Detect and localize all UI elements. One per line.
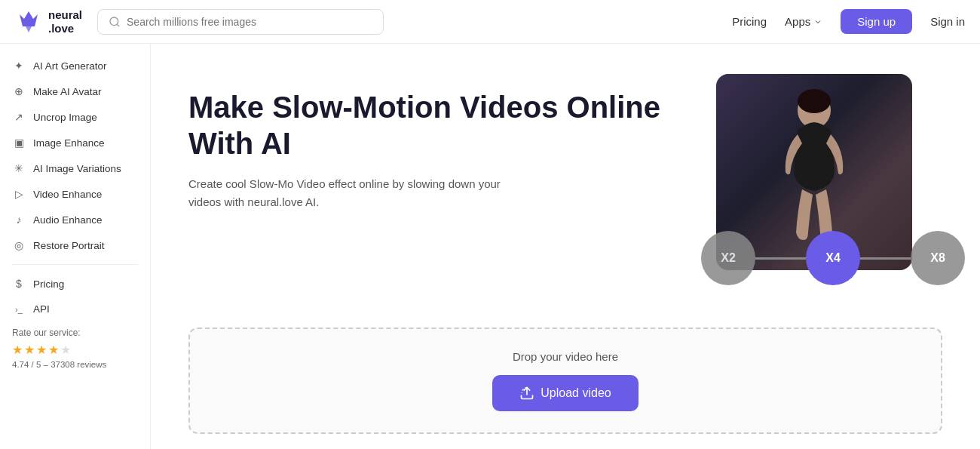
- audio-icon: ♪: [12, 214, 26, 226]
- star-rating[interactable]: ★ ★ ★ ★ ★: [12, 343, 138, 357]
- star-5: ★: [60, 343, 71, 357]
- speed-x2-button[interactable]: X2: [701, 231, 755, 285]
- upload-video-button[interactable]: Upload video: [492, 375, 638, 411]
- speed-connector-2: [860, 257, 911, 260]
- sparkle-icon: ✦: [12, 60, 26, 72]
- header: neural .love Pricing Apps Sign up Sign i…: [0, 0, 980, 44]
- sidebar-label-api: API: [33, 303, 50, 315]
- pricing-nav-link[interactable]: Pricing: [732, 15, 767, 28]
- upload-icon: [519, 386, 534, 401]
- sidebar-label-image-enhance: Image Enhance: [33, 137, 105, 149]
- search-bar: [97, 9, 384, 35]
- main-content-area: Make Slow-Motion Videos Online With AI C…: [151, 44, 980, 449]
- chevron-down-icon: [813, 17, 822, 26]
- portrait-icon: ◎: [12, 239, 26, 251]
- hero-right: X2 X4 X8: [709, 74, 942, 270]
- speed-connector-1: [755, 257, 806, 260]
- upload-drop-zone[interactable]: Drop your video here Upload video: [188, 328, 942, 434]
- signin-link[interactable]: Sign in: [930, 15, 965, 28]
- rating-value: 4.74 / 5 – 37308 reviews: [12, 360, 138, 369]
- signup-button[interactable]: Sign up: [841, 9, 912, 34]
- sidebar-item-image-enhance[interactable]: ▣ Image Enhance: [0, 130, 150, 155]
- hero-section: Make Slow-Motion Videos Online With AI C…: [151, 44, 980, 328]
- sidebar-item-video-enhance[interactable]: ▷ Video Enhance: [0, 181, 150, 207]
- sidebar-item-restore-portrait[interactable]: ◎ Restore Portrait: [0, 232, 150, 258]
- drop-text: Drop your video here: [205, 350, 926, 363]
- sidebar-label-uncrop-image: Uncrop Image: [33, 112, 97, 123]
- hero-title: Make Slow-Motion Videos Online With AI: [188, 89, 678, 161]
- logo-text: neural .love: [48, 8, 82, 35]
- sidebar-item-pricing[interactable]: $ Pricing: [0, 271, 150, 297]
- sidebar-label-pricing: Pricing: [33, 278, 64, 290]
- sidebar-rating: Rate our service: ★ ★ ★ ★ ★ 4.74 / 5 – 3…: [0, 321, 150, 375]
- apps-label: Apps: [785, 15, 810, 28]
- sidebar-item-audio-enhance[interactable]: ♪ Audio Enhance: [0, 207, 150, 232]
- sidebar-item-make-ai-avatar[interactable]: ⊕ Make AI Avatar: [0, 78, 150, 104]
- api-icon: ›_: [12, 305, 26, 314]
- upload-section: Drop your video here Upload video: [151, 328, 980, 449]
- svg-point-0: [110, 17, 118, 26]
- sidebar-item-uncrop-image[interactable]: ↗ Uncrop Image: [0, 104, 150, 130]
- speed-x4-button[interactable]: X4: [806, 231, 860, 285]
- svg-point-2: [798, 89, 831, 113]
- enhance-icon: ▣: [12, 137, 26, 149]
- dollar-icon: $: [12, 278, 26, 290]
- search-input[interactable]: [127, 16, 372, 28]
- star-3: ★: [36, 343, 47, 357]
- hero-description: Create cool Slow-Mo Video effect online …: [188, 175, 505, 211]
- uncrop-icon: ↗: [12, 111, 26, 123]
- rate-label: Rate our service:: [12, 328, 138, 338]
- star-2: ★: [24, 343, 35, 357]
- hero-left: Make Slow-Motion Videos Online With AI C…: [188, 74, 678, 211]
- header-nav: Pricing Apps Sign up Sign in: [732, 9, 965, 34]
- sidebar-item-ai-art-generator[interactable]: ✦ AI Art Generator: [0, 53, 150, 78]
- sidebar-label-make-ai-avatar: Make AI Avatar: [33, 86, 102, 97]
- sidebar-label-ai-image-variations: AI Image Variations: [33, 163, 121, 174]
- avatar-icon: ⊕: [12, 85, 26, 97]
- speed-x8-button[interactable]: X8: [911, 231, 965, 285]
- search-icon: [109, 16, 121, 28]
- main-layout: ✦ AI Art Generator ⊕ Make AI Avatar ↗ Un…: [0, 44, 980, 449]
- sidebar-divider: [12, 264, 138, 265]
- speed-selector: X2 X4 X8: [701, 231, 965, 285]
- play-icon: ▷: [12, 188, 26, 200]
- variations-icon: ✳: [12, 162, 26, 174]
- sidebar-item-api[interactable]: ›_ API: [0, 297, 150, 321]
- logo[interactable]: neural .love: [15, 8, 82, 35]
- apps-nav-button[interactable]: Apps: [785, 15, 822, 28]
- sidebar-label-restore-portrait: Restore Portrait: [33, 240, 105, 251]
- star-4: ★: [48, 343, 59, 357]
- sidebar: ✦ AI Art Generator ⊕ Make AI Avatar ↗ Un…: [0, 44, 151, 449]
- upload-button-label: Upload video: [541, 386, 611, 400]
- sidebar-label-ai-art-generator: AI Art Generator: [33, 60, 107, 72]
- star-1: ★: [12, 343, 23, 357]
- sidebar-label-video-enhance: Video Enhance: [33, 189, 102, 200]
- sidebar-label-audio-enhance: Audio Enhance: [33, 214, 103, 226]
- sidebar-item-ai-image-variations[interactable]: ✳ AI Image Variations: [0, 155, 150, 181]
